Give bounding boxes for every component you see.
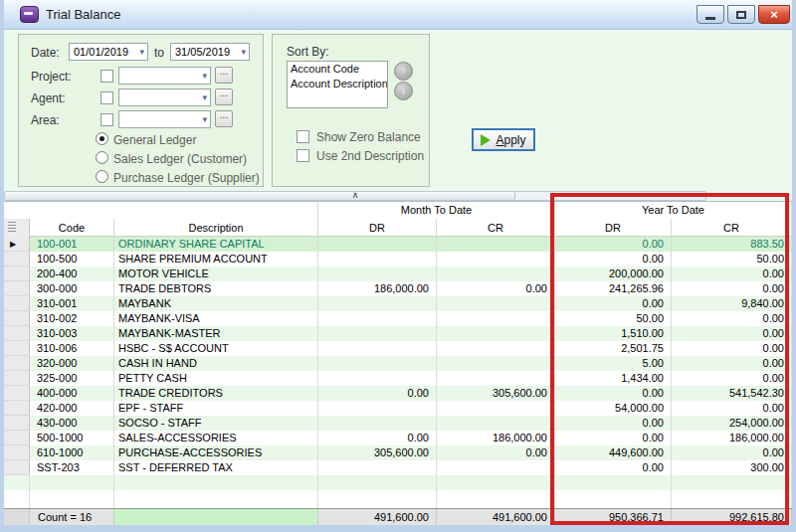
table-row[interactable]: 310-003MAYBANK-MASTER1,510.000.00 [4,326,792,341]
cell-ytd_cr[interactable]: 0.00 [672,266,792,281]
cell-description[interactable]: MOTOR VEHICLE [114,266,318,281]
cell-ytd_cr[interactable]: 0.00 [672,326,792,341]
cell-description[interactable]: ORDINARY SHARE CAPITAL [114,237,318,252]
cell-description[interactable]: MAYBANK-VISA [114,311,318,326]
table-row[interactable]: 310-001MAYBANK0.009,840.00 [4,296,792,311]
cell-mtd_cr[interactable] [437,356,555,371]
cell-code[interactable]: 300-000 [30,281,114,296]
cell-ytd_dr[interactable]: 0.00 [555,252,672,266]
cell-mtd_cr[interactable]: 0.00 [437,445,555,460]
cell-ytd_dr[interactable]: 2,501.75 [555,341,672,356]
cell-mtd_dr[interactable] [318,237,437,252]
cell-code[interactable]: 430-000 [30,416,114,431]
table-row[interactable]: 300-000TRADE DEBTORS186,000.000.00241,26… [4,281,792,296]
cell-ytd_dr[interactable]: 0.00 [555,386,672,401]
row-selector[interactable]: ▶ [4,237,30,252]
cell-mtd_dr[interactable] [318,416,437,431]
table-row[interactable]: 200-400MOTOR VEHICLE200,000.000.00 [4,266,792,281]
cell-mtd_cr[interactable] [437,416,555,431]
table-row[interactable]: 400-000TRADE CREDITORS0.00305,600.000.00… [4,386,792,401]
cell-ytd_dr[interactable]: 449,600.00 [555,445,672,460]
row-selector[interactable] [4,296,30,311]
row-selector[interactable] [4,431,30,445]
cell-ytd_dr[interactable]: 0.00 [555,431,672,445]
cell-mtd_dr[interactable] [318,311,437,326]
cell-mtd_cr[interactable] [437,326,555,341]
cell-description[interactable]: PURCHASE-ACCESSORIES [114,445,318,460]
close-button[interactable]: × [758,5,790,24]
table-row[interactable]: 310-002MAYBANK-VISA50.000.00 [4,311,792,326]
cell-mtd_cr[interactable]: 305,600.00 [437,386,555,401]
cell-mtd_dr[interactable]: 305,600.00 [318,445,437,460]
table-row[interactable]: 610-1000PURCHASE-ACCESSORIES305,600.000.… [4,445,792,460]
cell-mtd_cr[interactable] [437,341,555,356]
cell-code[interactable]: 325-000 [30,371,114,386]
row-selector[interactable] [4,311,30,326]
minimize-button[interactable] [696,5,724,24]
cell-code[interactable]: 200-400 [30,266,114,281]
cell-description[interactable]: TRADE CREDITORS [114,386,318,401]
lookup-checkbox[interactable] [100,91,113,104]
option-checkbox[interactable] [297,130,309,143]
cell-mtd_cr[interactable]: 0.00 [437,281,555,296]
move-up-button[interactable]: ↑ [394,62,413,81]
cell-code[interactable]: 100-500 [30,252,114,266]
table-row[interactable]: 430-000SOCSO - STAFF0.00254,000.00 [4,416,792,431]
cell-description[interactable]: SOCSO - STAFF [114,416,318,431]
cell-code[interactable]: 310-003 [30,326,114,341]
table-row[interactable]: 420-000EPF - STAFF54,000.000.00 [4,401,792,416]
cell-ytd_cr[interactable]: 0.00 [672,341,792,356]
cell-ytd_cr[interactable]: 0.00 [672,311,792,326]
cell-mtd_dr[interactable] [318,266,437,281]
cell-description[interactable]: SST - DEFERRED TAX [114,460,318,475]
browse-button[interactable]: ... [215,110,233,127]
row-selector[interactable] [4,401,30,416]
cell-ytd_dr[interactable]: 54,000.00 [555,401,672,416]
browse-button[interactable]: ... [215,89,233,105]
cell-ytd_cr[interactable]: 0.00 [672,371,792,386]
row-selector[interactable] [4,326,30,341]
table-row[interactable]: 500-1000SALES-ACCESSORIES0.00186,000.000… [4,431,792,445]
row-selector[interactable] [4,416,30,431]
cell-mtd_cr[interactable] [437,371,555,386]
cell-mtd_cr[interactable] [437,460,555,475]
cell-ytd_dr[interactable]: 0.00 [555,237,672,252]
row-selector[interactable] [4,386,30,401]
cell-mtd_cr[interactable] [437,266,555,281]
apply-button[interactable]: Apply [472,128,535,151]
cell-mtd_cr[interactable] [437,252,555,266]
cell-mtd_cr[interactable] [437,237,555,252]
column-header-description[interactable]: Description [114,219,318,237]
sort-list[interactable]: Account CodeAccount Description [287,61,388,108]
lookup-select[interactable]: ▾ [118,67,211,85]
cell-ytd_dr[interactable]: 241,265.96 [555,281,672,296]
cell-description[interactable]: EPF - STAFF [114,401,318,416]
cell-code[interactable]: 100-001 [30,237,114,252]
cell-code[interactable]: 310-001 [30,296,114,311]
cell-description[interactable]: MAYBANK-MASTER [114,326,318,341]
move-down-button[interactable]: ↓ [394,82,413,100]
cell-mtd_dr[interactable] [318,252,437,266]
cell-description[interactable]: CASH IN HAND [114,356,318,371]
cell-mtd_cr[interactable] [437,311,555,326]
table-row[interactable]: 100-500SHARE PREMIUM ACCOUNT0.0050.00 [4,252,792,266]
cell-code[interactable]: SST-203 [30,460,114,475]
cell-description[interactable]: SALES-ACCESSORIES [114,431,318,445]
row-selector[interactable] [4,460,30,475]
cell-mtd_dr[interactable] [318,326,437,341]
cell-ytd_cr[interactable]: 254,000.00 [672,416,792,431]
cell-ytd_cr[interactable]: 50.00 [672,252,792,266]
column-header-ytd-cr[interactable]: CR [672,219,792,237]
column-header-mtd-dr[interactable]: DR [318,219,437,237]
ledger-radio[interactable] [96,151,108,164]
cell-ytd_dr[interactable]: 0.00 [555,296,672,311]
cell-description[interactable]: MAYBANK [114,296,318,311]
cell-mtd_dr[interactable]: 0.00 [318,386,437,401]
cell-code[interactable]: 400-000 [30,386,114,401]
cell-mtd_dr[interactable] [318,371,437,386]
cell-description[interactable]: SHARE PREMIUM ACCOUNT [114,252,318,266]
cell-ytd_cr[interactable]: 9,840.00 [672,296,792,311]
row-selector[interactable] [4,281,30,296]
cell-mtd_dr[interactable] [318,341,437,356]
cell-code[interactable]: 310-002 [30,311,114,326]
